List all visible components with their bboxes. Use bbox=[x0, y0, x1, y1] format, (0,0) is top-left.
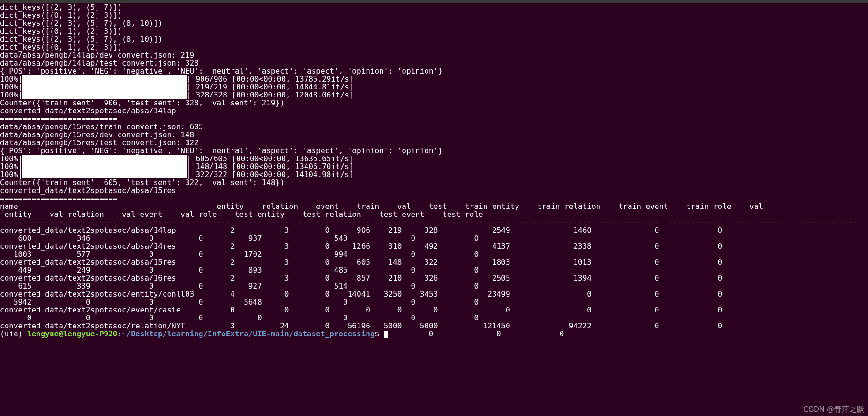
terminal-line: dict_keys([(0, 1), (2, 3)]) bbox=[0, 11, 868, 19]
terminal-line: 1003 577 0 0 1702 994 0 0 bbox=[0, 250, 868, 258]
terminal-line: converted_data/text2spotasoc/absa/15res bbox=[0, 186, 868, 194]
cursor bbox=[384, 331, 388, 338]
terminal-line: dict_keys([(2, 3), (5, 7)]) bbox=[0, 3, 868, 11]
progress-line: 100%|| 148/148 [00:00<00:00, 13406.70it/… bbox=[0, 163, 868, 171]
progress-line: 100%|| 328/328 [00:00<00:00, 12048.06it/… bbox=[0, 91, 868, 99]
terminal-output[interactable]: dict_keys([(2, 3), (5, 7)])dict_keys([(0… bbox=[0, 3, 868, 338]
terminal-line: data/absa/pengb/14lap/dev_convert.json: … bbox=[0, 51, 868, 59]
terminal-line: ========================== bbox=[0, 194, 868, 202]
terminal-line: ========================== bbox=[0, 115, 868, 123]
terminal-line: 5942 0 0 0 5648 0 0 0 bbox=[0, 298, 868, 306]
watermark: CSDN @青萍之默 bbox=[803, 405, 864, 413]
terminal-line: data/absa/pengb/15res/train_convert.json… bbox=[0, 123, 868, 131]
progress-bar bbox=[22, 83, 187, 91]
progress-line: 100%|| 219/219 [00:00<00:00, 14844.81it/… bbox=[0, 83, 868, 91]
terminal-line: dict_keys([(0, 1), (2, 3)]) bbox=[0, 43, 868, 51]
terminal-line: dict_keys([(2, 3), (5, 7), (8, 10)]) bbox=[0, 19, 868, 27]
terminal-line: 615 339 0 0 927 514 0 0 bbox=[0, 282, 868, 290]
terminal-line: data/absa/pengb/14lap/test_convert.json:… bbox=[0, 59, 868, 67]
terminal-line: dict_keys([(0, 1), (2, 3)]) bbox=[0, 27, 868, 35]
progress-line: 100%|| 605/605 [00:00<00:00, 13635.65it/… bbox=[0, 155, 868, 163]
terminal-line: converted_data/text2spotasoc/absa/14res … bbox=[0, 242, 868, 250]
user-host: lengyue@lengyue-P920 bbox=[27, 329, 118, 338]
terminal-line: Counter({'train sent': 605, 'test sent':… bbox=[0, 178, 868, 186]
terminal-line: Counter({'train sent': 906, 'test sent':… bbox=[0, 99, 868, 107]
progress-line: 100%|| 906/906 [00:00<00:00, 13785.29it/… bbox=[0, 75, 868, 83]
terminal-line: 0 0 0 0 0 0 0 0 bbox=[0, 314, 868, 322]
terminal-line: converted_data/text2spotasoc/absa/16res … bbox=[0, 274, 868, 282]
menu-bar bbox=[0, 0, 868, 3]
terminal-line: converted_data/text2spotasoc/entity/conl… bbox=[0, 290, 868, 298]
terminal-line: 449 249 0 0 893 485 0 0 bbox=[0, 266, 868, 274]
terminal-line: name entity relation event train val tes… bbox=[0, 202, 868, 210]
progress-bar bbox=[22, 163, 187, 171]
progress-bar bbox=[22, 75, 187, 83]
terminal-line: data/absa/pengb/15res/test_convert.json:… bbox=[0, 139, 868, 147]
terminal-line: data/absa/pengb/15res/dev_convert.json: … bbox=[0, 131, 868, 139]
terminal-line: converted_data/text2spotasoc/absa/14lap … bbox=[0, 226, 868, 234]
terminal-line: converted_data/text2spotasoc/absa/15res … bbox=[0, 258, 868, 266]
progress-bar bbox=[22, 171, 187, 178]
terminal-line: converted_data/text2spotasoc/relation/NY… bbox=[0, 322, 868, 330]
cwd-path: ~/Desktop/learning/InfoExtra/UIE-main/da… bbox=[122, 329, 374, 338]
terminal-line: 600 346 0 0 937 543 0 0 bbox=[0, 234, 868, 242]
progress-line: 100%|| 322/322 [00:00<00:00, 14104.98it/… bbox=[0, 171, 868, 178]
terminal-line: converted_data/text2spotasoc/event/casie… bbox=[0, 306, 868, 314]
terminal-line: entity val relation val event val role t… bbox=[0, 210, 868, 218]
progress-bar bbox=[22, 155, 187, 163]
progress-bar bbox=[22, 91, 187, 99]
terminal-line: dict_keys([(2, 3), (5, 7), (8, 10)]) bbox=[0, 35, 868, 43]
prompt-line[interactable]: (uie) lengyue@lengyue-P920:~/Desktop/lea… bbox=[0, 330, 868, 338]
terminal-line: converted_data/text2spotasoc/absa/14lap bbox=[0, 107, 868, 115]
terminal-line: {'POS': 'positive', 'NEG': 'negative', '… bbox=[0, 67, 868, 75]
terminal-line: ----------------------------------------… bbox=[0, 218, 868, 226]
terminal-line: {'POS': 'positive', 'NEG': 'negative', '… bbox=[0, 147, 868, 155]
